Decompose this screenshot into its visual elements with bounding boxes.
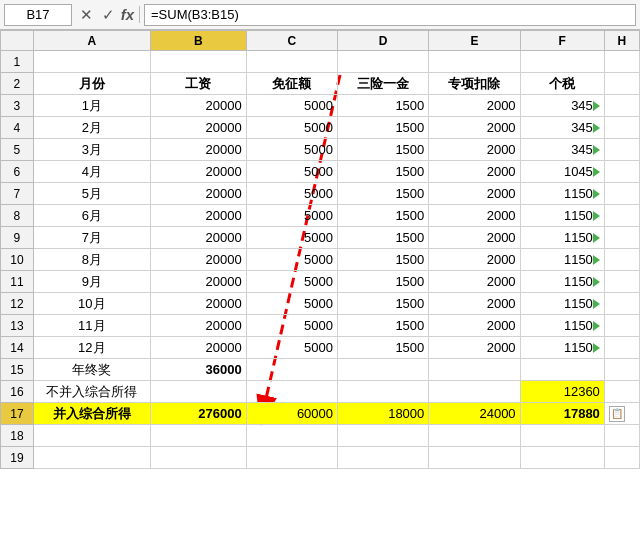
cell-h[interactable] bbox=[604, 271, 639, 293]
cell-insurance[interactable]: 1500 bbox=[338, 227, 429, 249]
cell-deduction[interactable]: 2000 bbox=[429, 271, 520, 293]
cell-insurance[interactable]: 1500 bbox=[338, 183, 429, 205]
cell-salary[interactable]: 20000 bbox=[150, 227, 246, 249]
cell-exemption[interactable]: 5000 bbox=[246, 227, 337, 249]
cell-month[interactable]: 12月 bbox=[33, 337, 150, 359]
cell-a1[interactable] bbox=[33, 51, 150, 73]
cell-h[interactable] bbox=[604, 315, 639, 337]
cell-b1[interactable] bbox=[150, 51, 246, 73]
cell-h[interactable] bbox=[604, 161, 639, 183]
cell-h[interactable] bbox=[604, 293, 639, 315]
cell-c19[interactable] bbox=[246, 447, 337, 469]
cell-month[interactable]: 7月 bbox=[33, 227, 150, 249]
cell-combined-tax[interactable]: 17880 bbox=[520, 403, 604, 425]
cell-e1[interactable] bbox=[429, 51, 520, 73]
cell-deduction[interactable]: 2000 bbox=[429, 315, 520, 337]
col-E[interactable]: E bbox=[429, 31, 520, 51]
cell-insurance[interactable]: 1500 bbox=[338, 315, 429, 337]
cell-combined-deduction[interactable]: 24000 bbox=[429, 403, 520, 425]
cell-tax[interactable]: 1150 bbox=[520, 205, 604, 227]
cell-exemption[interactable]: 5000 bbox=[246, 315, 337, 337]
cancel-icon[interactable]: ✕ bbox=[76, 6, 96, 24]
cell-deduction[interactable]: 2000 bbox=[429, 293, 520, 315]
cell-deduction[interactable]: 2000 bbox=[429, 337, 520, 359]
cell-exemption[interactable]: 5000 bbox=[246, 271, 337, 293]
cell-exemption[interactable]: 5000 bbox=[246, 249, 337, 271]
cell-deduction[interactable]: 2000 bbox=[429, 227, 520, 249]
cell-tax[interactable]: 1150 bbox=[520, 315, 604, 337]
col-A[interactable]: A bbox=[33, 31, 150, 51]
cell-combined-exemption[interactable]: 60000 bbox=[246, 403, 337, 425]
cell-b19[interactable] bbox=[150, 447, 246, 469]
formula-input[interactable] bbox=[144, 4, 636, 26]
cell-h[interactable] bbox=[604, 227, 639, 249]
col-F[interactable]: F bbox=[520, 31, 604, 51]
header-exemption[interactable]: 免征额 bbox=[246, 73, 337, 95]
cell-salary[interactable]: 20000 bbox=[150, 249, 246, 271]
cell-a18[interactable] bbox=[33, 425, 150, 447]
cell-tax[interactable]: 1150 bbox=[520, 183, 604, 205]
cell-yearend-label[interactable]: 年终奖 bbox=[33, 359, 150, 381]
cell-d16[interactable] bbox=[338, 381, 429, 403]
cell-deduction[interactable]: 2000 bbox=[429, 117, 520, 139]
header-month[interactable]: 月份 bbox=[33, 73, 150, 95]
cell-tax-12360[interactable]: 12360 bbox=[520, 381, 604, 403]
cell-e19[interactable] bbox=[429, 447, 520, 469]
cell-d15[interactable] bbox=[338, 359, 429, 381]
cell-month[interactable]: 9月 bbox=[33, 271, 150, 293]
cell-tax[interactable]: 345 bbox=[520, 139, 604, 161]
col-B[interactable]: B bbox=[150, 31, 246, 51]
cell-h2[interactable] bbox=[604, 73, 639, 95]
cell-tax[interactable]: 1150 bbox=[520, 249, 604, 271]
cell-exemption[interactable]: 5000 bbox=[246, 205, 337, 227]
cell-h[interactable] bbox=[604, 117, 639, 139]
cell-h[interactable] bbox=[604, 337, 639, 359]
header-deduction[interactable]: 专项扣除 bbox=[429, 73, 520, 95]
cell-e16[interactable] bbox=[429, 381, 520, 403]
cell-tax[interactable]: 1150 bbox=[520, 227, 604, 249]
cell-yearend-salary[interactable]: 36000 bbox=[150, 359, 246, 381]
cell-tax[interactable]: 345 bbox=[520, 95, 604, 117]
cell-b18[interactable] bbox=[150, 425, 246, 447]
paste-icon[interactable]: 📋 bbox=[609, 406, 625, 422]
confirm-icon[interactable]: ✓ bbox=[98, 6, 118, 24]
cell-exemption[interactable]: 5000 bbox=[246, 183, 337, 205]
cell-salary[interactable]: 20000 bbox=[150, 271, 246, 293]
cell-h18[interactable] bbox=[604, 425, 639, 447]
cell-salary[interactable]: 20000 bbox=[150, 315, 246, 337]
fx-icon[interactable]: fx bbox=[120, 6, 140, 23]
cell-tax[interactable]: 1150 bbox=[520, 271, 604, 293]
cell-b16[interactable] bbox=[150, 381, 246, 403]
cell-insurance[interactable]: 1500 bbox=[338, 161, 429, 183]
cell-month[interactable]: 10月 bbox=[33, 293, 150, 315]
cell-c16[interactable] bbox=[246, 381, 337, 403]
cell-exemption[interactable]: 5000 bbox=[246, 139, 337, 161]
cell-insurance[interactable]: 1500 bbox=[338, 95, 429, 117]
cell-h[interactable] bbox=[604, 249, 639, 271]
cell-insurance[interactable]: 1500 bbox=[338, 293, 429, 315]
cell-deduction[interactable]: 2000 bbox=[429, 139, 520, 161]
cell-combined-salary[interactable]: 276000 bbox=[150, 403, 246, 425]
cell-deduction[interactable]: 2000 bbox=[429, 183, 520, 205]
cell-d1[interactable] bbox=[338, 51, 429, 73]
cell-salary[interactable]: 20000 bbox=[150, 95, 246, 117]
col-D[interactable]: D bbox=[338, 31, 429, 51]
cell-salary[interactable]: 20000 bbox=[150, 205, 246, 227]
cell-month[interactable]: 2月 bbox=[33, 117, 150, 139]
cell-h16[interactable] bbox=[604, 381, 639, 403]
cell-insurance[interactable]: 1500 bbox=[338, 205, 429, 227]
cell-month[interactable]: 5月 bbox=[33, 183, 150, 205]
cell-salary[interactable]: 20000 bbox=[150, 337, 246, 359]
cell-exemption[interactable]: 5000 bbox=[246, 293, 337, 315]
cell-h15[interactable] bbox=[604, 359, 639, 381]
cell-d18[interactable] bbox=[338, 425, 429, 447]
cell-c18[interactable] bbox=[246, 425, 337, 447]
cell-salary[interactable]: 20000 bbox=[150, 139, 246, 161]
cell-h19[interactable] bbox=[604, 447, 639, 469]
cell-f15[interactable] bbox=[520, 359, 604, 381]
cell-tax[interactable]: 1150 bbox=[520, 293, 604, 315]
cell-f18[interactable] bbox=[520, 425, 604, 447]
cell-f19[interactable] bbox=[520, 447, 604, 469]
col-C[interactable]: C bbox=[246, 31, 337, 51]
cell-month[interactable]: 11月 bbox=[33, 315, 150, 337]
